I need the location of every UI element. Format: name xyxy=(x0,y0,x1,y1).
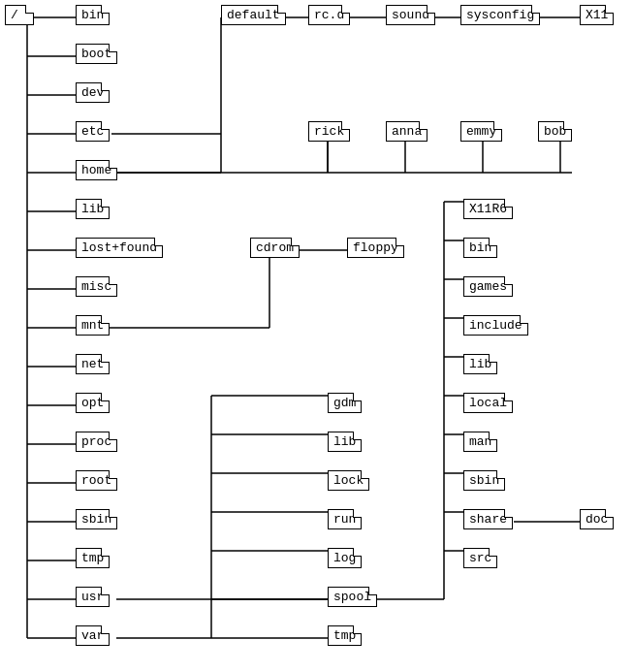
file-share: share xyxy=(463,509,513,529)
file-usr-sbin: sbin xyxy=(463,470,505,491)
node-bin: bin xyxy=(76,5,110,25)
file-rick: rick xyxy=(308,121,350,142)
file-rootdir: root xyxy=(76,470,117,491)
node-etc: etc xyxy=(76,121,110,142)
file-emmy: emmy xyxy=(460,121,502,142)
file-lock: lock xyxy=(328,470,369,491)
node-sbin: sbin xyxy=(76,509,117,529)
node-x11r6: X11R6 xyxy=(463,199,513,219)
node-boot: boot xyxy=(76,44,117,64)
node-opt: opt xyxy=(76,393,110,413)
file-anna: anna xyxy=(386,121,427,142)
node-usr-sbin: sbin xyxy=(463,470,505,491)
file-opt: opt xyxy=(76,393,110,413)
node-cdrom: cdrom xyxy=(250,238,300,258)
file-var-lib: lib xyxy=(328,432,362,452)
node-root: / xyxy=(5,5,34,25)
node-var-lib: lib xyxy=(328,432,362,452)
node-dev: dev xyxy=(76,82,110,103)
file-sound: sound xyxy=(386,5,435,25)
file-doc: doc xyxy=(580,509,614,529)
file-sysconfig: sysconfig xyxy=(460,5,540,25)
file-root: / xyxy=(5,5,34,25)
file-usr: usr xyxy=(76,587,110,607)
node-rick: rick xyxy=(308,121,350,142)
node-bob: bob xyxy=(538,121,572,142)
file-etc: etc xyxy=(76,121,110,142)
node-src: src xyxy=(463,548,497,568)
node-anna: anna xyxy=(386,121,427,142)
node-proc: proc xyxy=(76,432,117,452)
node-sysconfig: sysconfig xyxy=(460,5,540,25)
file-boot: boot xyxy=(76,44,117,64)
node-lost-found: lost+found xyxy=(76,238,163,258)
node-rcd: rc.d xyxy=(308,5,350,25)
file-tmp: tmp xyxy=(76,548,110,568)
node-var: var xyxy=(76,625,110,646)
node-default: default xyxy=(221,5,286,25)
node-games: games xyxy=(463,276,513,297)
file-run: run xyxy=(328,509,362,529)
file-log: log xyxy=(328,548,362,568)
node-x11: X11 xyxy=(580,5,614,25)
file-rcd: rc.d xyxy=(308,5,350,25)
node-doc: doc xyxy=(580,509,614,529)
node-usr-lib: lib xyxy=(463,354,497,374)
node-mnt: mnt xyxy=(76,315,110,336)
file-include: include xyxy=(463,315,528,336)
file-default: default xyxy=(221,5,286,25)
file-mnt: mnt xyxy=(76,315,110,336)
file-man: man xyxy=(463,432,497,452)
file-net: net xyxy=(76,354,110,374)
file-bin: bin xyxy=(76,5,110,25)
file-spool: spool xyxy=(328,587,377,607)
node-usr-bin: bin xyxy=(463,238,497,258)
node-emmy: emmy xyxy=(460,121,502,142)
file-dev: dev xyxy=(76,82,110,103)
node-run: run xyxy=(328,509,362,529)
file-lost-found: lost+found xyxy=(76,238,163,258)
node-man: man xyxy=(463,432,497,452)
file-x11r6: X11R6 xyxy=(463,199,513,219)
file-src: src xyxy=(463,548,497,568)
file-misc: misc xyxy=(76,276,117,297)
node-include: include xyxy=(463,315,528,336)
tree-diagram: / bin boot dev etc home lib lost+found m… xyxy=(0,0,633,672)
node-lib: lib xyxy=(76,199,110,219)
file-sbin: sbin xyxy=(76,509,117,529)
node-floppy: floppy xyxy=(347,238,404,258)
file-local: local xyxy=(463,393,513,413)
file-home: home xyxy=(76,160,117,180)
node-share: share xyxy=(463,509,513,529)
node-rootdir: root xyxy=(76,470,117,491)
file-usr-bin: bin xyxy=(463,238,497,258)
file-games: games xyxy=(463,276,513,297)
node-log: log xyxy=(328,548,362,568)
file-floppy: floppy xyxy=(347,238,404,258)
node-lock: lock xyxy=(328,470,369,491)
node-misc: misc xyxy=(76,276,117,297)
file-bob: bob xyxy=(538,121,572,142)
file-cdrom: cdrom xyxy=(250,238,300,258)
node-home: home xyxy=(76,160,117,180)
node-gdm: gdm xyxy=(328,393,362,413)
file-proc: proc xyxy=(76,432,117,452)
file-lib: lib xyxy=(76,199,110,219)
file-usr-lib: lib xyxy=(463,354,497,374)
node-tmp: tmp xyxy=(76,548,110,568)
file-var-tmp: tmp xyxy=(328,625,362,646)
file-var: var xyxy=(76,625,110,646)
node-sound: sound xyxy=(386,5,435,25)
file-x11: X11 xyxy=(580,5,614,25)
node-net: net xyxy=(76,354,110,374)
file-gdm: gdm xyxy=(328,393,362,413)
node-spool: spool xyxy=(328,587,377,607)
node-local: local xyxy=(463,393,513,413)
node-var-tmp: tmp xyxy=(328,625,362,646)
node-usr: usr xyxy=(76,587,110,607)
